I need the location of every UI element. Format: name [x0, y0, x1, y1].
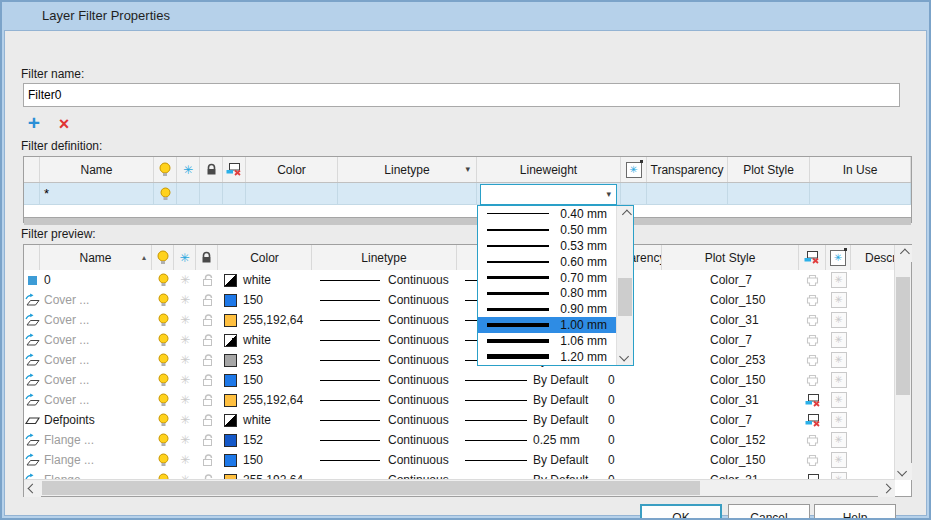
layer-name: Flange ... — [40, 430, 152, 450]
layer-color-cell: 152 — [218, 430, 312, 450]
layer-transparency-cell: 0 — [597, 450, 662, 470]
layer-freeze-cell: ✳ — [174, 270, 196, 290]
layer-lock-cell — [196, 270, 218, 290]
definition-row-selector[interactable] — [24, 183, 40, 205]
layer-plotstyle-cell: Color_31 — [662, 310, 799, 330]
preview-color-header[interactable]: Color — [218, 245, 312, 270]
preview-plotstyle-header[interactable]: Plot Style — [662, 245, 799, 270]
layer-name: Defpoints — [40, 410, 152, 430]
layer-name: 0 — [40, 270, 152, 290]
unlock-icon — [201, 434, 214, 447]
color-swatch — [224, 454, 237, 467]
scroll-up-button[interactable] — [895, 245, 912, 262]
scroll-right-button[interactable] — [878, 480, 895, 497]
lightbulb-icon — [157, 250, 169, 265]
new-vp-freeze-icon: ✳ — [831, 452, 847, 468]
definition-lock-cell[interactable] — [200, 183, 223, 205]
lineweight-combobox[interactable]: ▾ — [480, 184, 617, 205]
definition-vpfreeze-cell[interactable] — [621, 183, 647, 205]
layer-name: Cover ... — [40, 350, 152, 370]
preview-plot-header[interactable] — [799, 245, 826, 270]
lightbulb-icon[interactable] — [160, 187, 171, 201]
definition-freeze-cell[interactable] — [177, 183, 200, 205]
filter-name-input[interactable] — [23, 83, 900, 107]
lineweight-option[interactable]: 0.50 mm — [478, 222, 633, 238]
dropdown-scrollbar[interactable] — [616, 206, 633, 365]
xref-layer-icon — [24, 393, 40, 407]
vertical-scroll-thumb[interactable] — [896, 277, 910, 395]
definition-plotstyle-cell[interactable] — [728, 183, 810, 205]
scroll-up-button[interactable] — [617, 206, 633, 223]
layer-linetype-cell: Continuous — [312, 410, 457, 430]
definition-scrollbar-strip[interactable] — [24, 217, 911, 225]
ok-button[interactable]: OK — [640, 504, 722, 520]
cancel-button[interactable]: Cancel — [728, 504, 810, 520]
unlock-icon — [201, 314, 214, 327]
lineweight-option[interactable]: 0.60 mm — [478, 254, 633, 270]
color-label: white — [243, 273, 271, 287]
layer-color-cell: 255,192,64 — [218, 310, 312, 330]
definition-filter-row[interactable]: * — [24, 183, 911, 205]
layer-lineweight-cell: By Default — [457, 370, 597, 390]
new-vp-freeze-icon: ✳ — [831, 412, 847, 428]
lineweight-sample — [487, 323, 549, 327]
preview-linetype-header[interactable]: Linetype — [312, 245, 457, 270]
preview-horizontal-scrollbar[interactable] — [24, 479, 895, 496]
linetype-label: Continuous — [388, 293, 449, 307]
color-swatch — [224, 274, 237, 287]
scroll-down-button[interactable] — [617, 348, 633, 365]
lineweight-option[interactable]: 0.40 mm — [478, 206, 633, 222]
delete-filter-button[interactable]: × — [53, 114, 75, 136]
layer-row: Flange ... ✳ 150 Continuous By Default 0… — [24, 450, 895, 470]
preview-name-header[interactable]: Name▴ — [40, 245, 152, 270]
scroll-left-button[interactable] — [24, 480, 41, 497]
lineweight-option[interactable]: 0.90 mm — [478, 301, 633, 317]
lineweight-option[interactable]: 0.53 mm — [478, 238, 633, 254]
layer-lineweight-cell: By Default — [457, 390, 597, 410]
add-filter-button[interactable]: + — [23, 113, 45, 135]
preview-vertical-scrollbar[interactable] — [894, 245, 911, 480]
chevron-down-icon[interactable]: ▾ — [606, 189, 611, 199]
definition-header-row: Name ✳ Color Linetype▾ Lineweight ✳ Tran… — [24, 157, 911, 183]
layer-icon — [24, 415, 40, 425]
lineweight-option[interactable]: 0.70 mm — [478, 270, 633, 286]
xref-layer-icon — [24, 293, 40, 307]
layer-plot-cell — [799, 330, 826, 350]
layer-plotstyle-cell: Color_31 — [662, 390, 799, 410]
layer-plot-cell — [799, 270, 826, 290]
preview-lock-header[interactable] — [196, 245, 218, 270]
definition-linetype-cell[interactable] — [338, 183, 477, 205]
preview-freeze-header[interactable]: ✳ — [174, 245, 196, 270]
lineweight-option[interactable]: 1.20 mm — [478, 349, 633, 365]
definition-plot-cell[interactable] — [223, 183, 246, 205]
new-vp-freeze-icon: ✳ — [831, 312, 847, 328]
titlebar[interactable]: Layer Filter Properties — [2, 2, 929, 30]
linetype-sample — [320, 300, 380, 301]
definition-color-cell[interactable] — [246, 183, 338, 205]
preview-on-header[interactable] — [152, 245, 174, 270]
layer-description-cell — [851, 410, 895, 430]
color-label: 255,192,64 — [243, 313, 303, 327]
layer-description-cell — [851, 450, 895, 470]
snowflake-icon: ✳ — [180, 454, 190, 466]
definition-on-cell[interactable] — [154, 183, 177, 205]
lineweight-option[interactable]: 1.00 mm — [478, 317, 633, 333]
preview-status-header[interactable] — [24, 245, 40, 270]
definition-transparency-cell[interactable] — [647, 183, 728, 205]
preview-vpfreeze-header[interactable]: ✳ — [826, 245, 851, 270]
scroll-down-button[interactable] — [895, 463, 912, 480]
layer-plotstyle-cell: Color_150 — [662, 290, 799, 310]
color-swatch — [224, 394, 237, 407]
definition-transparency-header: Transparency — [647, 157, 728, 182]
layer-filter-properties-dialog: Layer Filter Properties Filter name: + ×… — [0, 0, 931, 520]
lineweight-option[interactable]: 0.80 mm — [478, 285, 633, 301]
definition-name-cell[interactable]: * — [40, 183, 154, 205]
lineweight-option[interactable]: 1.06 mm — [478, 333, 633, 349]
chevron-down-icon[interactable]: ▾ — [465, 164, 470, 174]
lineweight-sample — [465, 420, 527, 421]
unlock-icon — [201, 414, 214, 427]
dropdown-scroll-thumb[interactable] — [618, 278, 632, 316]
layer-description-cell — [851, 310, 895, 330]
horizontal-scroll-thumb[interactable] — [42, 481, 700, 495]
help-button[interactable]: Help — [814, 504, 896, 520]
